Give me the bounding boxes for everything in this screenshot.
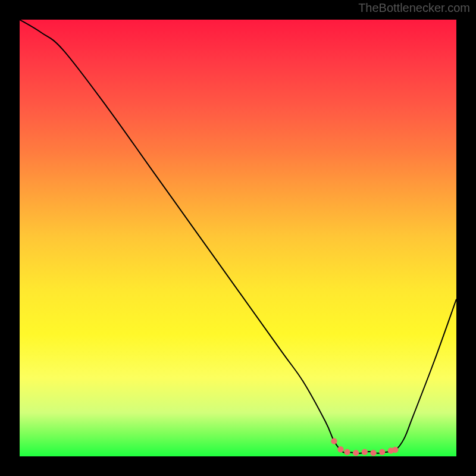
svg-point-6 [379,449,385,455]
svg-point-4 [362,449,368,455]
svg-point-3 [353,450,359,456]
chart-svg [20,20,456,456]
svg-point-5 [370,450,376,456]
bottleneck-curve [20,20,456,453]
watermark-text: TheBottlenecker.com [358,1,470,15]
svg-point-2 [344,449,350,455]
svg-point-0 [331,438,337,444]
svg-point-1 [337,446,343,452]
optimal-range-markers [331,438,398,456]
svg-point-8 [392,447,398,453]
